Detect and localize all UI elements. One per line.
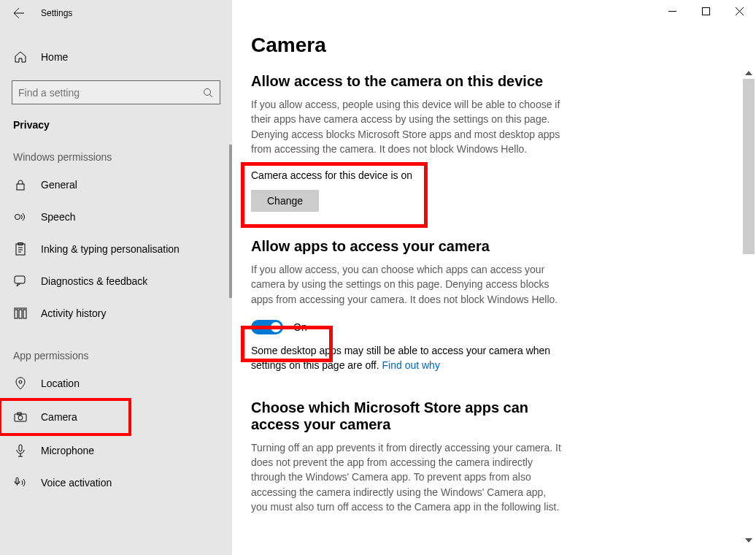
lock-icon [13, 177, 28, 192]
section-apps-access-title: Allow apps to access your camera [251, 238, 563, 255]
search-box[interactable] [12, 80, 220, 104]
history-icon [13, 306, 28, 321]
svg-rect-19 [16, 478, 18, 483]
sidebar-item-camera[interactable]: Camera [0, 399, 130, 435]
sidebar-item-label: Inking & typing personalisation [41, 243, 180, 255]
titlebar: Settings [0, 0, 232, 26]
window-controls [655, 0, 756, 22]
maximize-button[interactable] [689, 0, 722, 22]
location-icon [13, 376, 28, 391]
home-icon [13, 50, 28, 64]
sidebar-item-inking[interactable]: Inking & typing personalisation [0, 233, 232, 265]
section-device-access-body: If you allow access, people using this d… [251, 97, 563, 156]
svg-rect-21 [702, 7, 709, 15]
section-windows-permissions: Windows permissions [0, 131, 232, 169]
microphone-icon [13, 443, 28, 458]
svg-rect-10 [15, 310, 18, 318]
apps-access-toggle-label: On [293, 321, 307, 333]
sidebar: Settings Home Privacy Windows permission… [0, 0, 232, 555]
apps-access-toggle[interactable] [251, 320, 283, 334]
window-title: Settings [41, 8, 72, 18]
sidebar-item-speech[interactable]: Speech [0, 201, 232, 233]
voice-icon [13, 475, 28, 490]
svg-point-17 [18, 416, 23, 420]
scroll-up-button[interactable] [743, 67, 755, 79]
feedback-icon [13, 274, 28, 288]
back-button[interactable] [6, 0, 32, 26]
sidebar-item-label: Voice activation [41, 477, 112, 489]
main-content: Camera Allow access to the camera on thi… [232, 0, 756, 555]
camera-icon [13, 410, 28, 424]
svg-line-1 [210, 94, 213, 97]
content-area: Camera Allow access to the camera on thi… [232, 0, 582, 514]
search-icon [202, 87, 214, 99]
section-store-apps-body: Turning off an app prevents it from dire… [251, 440, 563, 514]
category-label: Privacy [0, 104, 232, 131]
sidebar-item-label: Diagnostics & feedback [41, 275, 147, 287]
sidebar-home-label: Home [41, 51, 68, 63]
arrow-left-icon [13, 7, 25, 19]
device-access-row: Camera access for this device is on Chan… [251, 169, 563, 212]
svg-point-0 [204, 88, 211, 95]
close-icon [736, 7, 744, 15]
device-access-status: Camera access for this device is on [251, 169, 412, 181]
apps-access-note: Some desktop apps may still be able to a… [251, 343, 563, 373]
speech-icon [13, 210, 28, 224]
chevron-down-icon [745, 538, 752, 543]
svg-rect-9 [15, 276, 25, 283]
clipboard-icon [13, 242, 28, 256]
sidebar-item-diagnostics[interactable]: Diagnostics & feedback [0, 265, 232, 297]
scroll-down-button[interactable] [743, 535, 755, 546]
sidebar-item-microphone[interactable]: Microphone [0, 435, 232, 467]
sidebar-item-label: General [41, 179, 77, 191]
page-title: Camera [251, 34, 563, 57]
scroll-thumb[interactable] [743, 79, 755, 254]
svg-rect-18 [19, 445, 22, 451]
find-out-why-link[interactable]: Find out why [382, 359, 440, 371]
sidebar-item-general[interactable]: General [0, 169, 232, 201]
sidebar-item-label: Camera [41, 411, 77, 423]
svg-rect-2 [17, 184, 24, 190]
svg-point-3 [15, 215, 20, 220]
svg-rect-12 [23, 310, 26, 318]
apps-access-toggle-row: On [251, 320, 563, 334]
minimize-icon [668, 7, 676, 15]
sidebar-item-label: Microphone [41, 445, 94, 456]
sidebar-item-label: Speech [41, 211, 75, 223]
change-button[interactable]: Change [251, 190, 319, 212]
sidebar-item-label: Activity history [41, 307, 106, 319]
svg-rect-11 [19, 310, 22, 318]
svg-point-14 [19, 380, 22, 383]
main-scrollbar[interactable] [743, 67, 755, 546]
section-device-access-title: Allow access to the camera on this devic… [251, 73, 563, 90]
sidebar-item-location[interactable]: Location [0, 367, 232, 399]
section-store-apps-title: Choose which Microsoft Store apps can ac… [251, 399, 563, 433]
chevron-up-icon [745, 71, 752, 75]
sidebar-home[interactable]: Home [0, 42, 232, 72]
sidebar-item-activity-history[interactable]: Activity history [0, 297, 232, 329]
search-input[interactable] [18, 87, 193, 99]
minimize-button[interactable] [655, 0, 689, 22]
section-app-permissions: App permissions [0, 329, 232, 367]
sidebar-item-voice-activation[interactable]: Voice activation [0, 467, 232, 499]
section-apps-access-body: If you allow access, you can choose whic… [251, 262, 563, 307]
close-button[interactable] [722, 0, 756, 22]
sidebar-item-label: Location [41, 378, 80, 389]
maximize-icon [702, 7, 710, 15]
